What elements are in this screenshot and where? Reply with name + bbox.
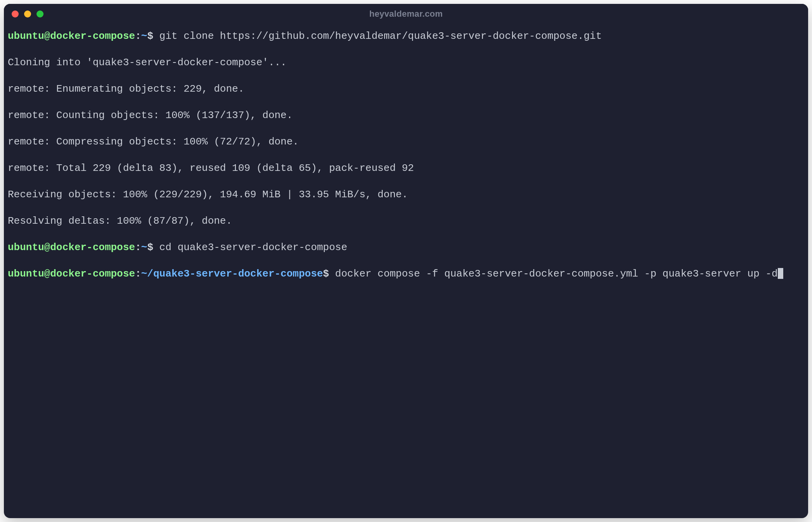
command-text: git clone https://github.com/heyvaldemar…: [159, 30, 602, 42]
prompt-dollar: $: [323, 268, 335, 280]
prompt-colon: :: [135, 242, 141, 253]
output-line: remote: Total 229 (delta 83), reused 109…: [8, 162, 804, 175]
output-line: Resolving deltas: 100% (87/87), done.: [8, 214, 804, 228]
traffic-lights: [12, 10, 44, 17]
output-line: remote: Enumerating objects: 229, done.: [8, 82, 804, 96]
titlebar[interactable]: heyvaldemar.com: [4, 4, 808, 24]
output-line: remote: Counting objects: 100% (137/137)…: [8, 109, 804, 122]
command-text: docker compose -f quake3-server-docker-c…: [335, 268, 778, 280]
prompt-line-3: ubuntu@docker-compose:~/quake3-server-do…: [8, 267, 804, 280]
prompt-user-host: ubuntu@docker-compose: [8, 242, 135, 253]
prompt-colon: :: [135, 268, 141, 280]
prompt-path: ~/quake3-server-docker-compose: [141, 268, 323, 280]
prompt-line-2: ubuntu@docker-compose:~$ cd quake3-serve…: [8, 241, 804, 254]
terminal-body[interactable]: ubuntu@docker-compose:~$ git clone https…: [4, 24, 808, 518]
command-text: cd quake3-server-docker-compose: [159, 242, 347, 253]
close-icon[interactable]: [12, 10, 19, 17]
prompt-path: ~: [141, 242, 147, 253]
output-line: remote: Compressing objects: 100% (72/72…: [8, 135, 804, 148]
window-title: heyvaldemar.com: [369, 9, 443, 19]
output-line: Receiving objects: 100% (229/229), 194.6…: [8, 188, 804, 201]
terminal-window: heyvaldemar.com ubuntu@docker-compose:~$…: [4, 4, 808, 518]
maximize-icon[interactable]: [37, 10, 44, 17]
prompt-path: ~: [141, 30, 147, 42]
prompt-dollar: $: [147, 242, 159, 253]
terminal-cursor: [778, 268, 783, 279]
output-line: Cloning into 'quake3-server-docker-compo…: [8, 56, 804, 69]
prompt-colon: :: [135, 30, 141, 42]
prompt-user-host: ubuntu@docker-compose: [8, 268, 135, 280]
prompt-dollar: $: [147, 30, 159, 42]
page-root: heyvaldemar.com ubuntu@docker-compose:~$…: [0, 0, 812, 522]
minimize-icon[interactable]: [24, 10, 31, 17]
prompt-line-1: ubuntu@docker-compose:~$ git clone https…: [8, 30, 804, 43]
prompt-user-host: ubuntu@docker-compose: [8, 30, 135, 42]
